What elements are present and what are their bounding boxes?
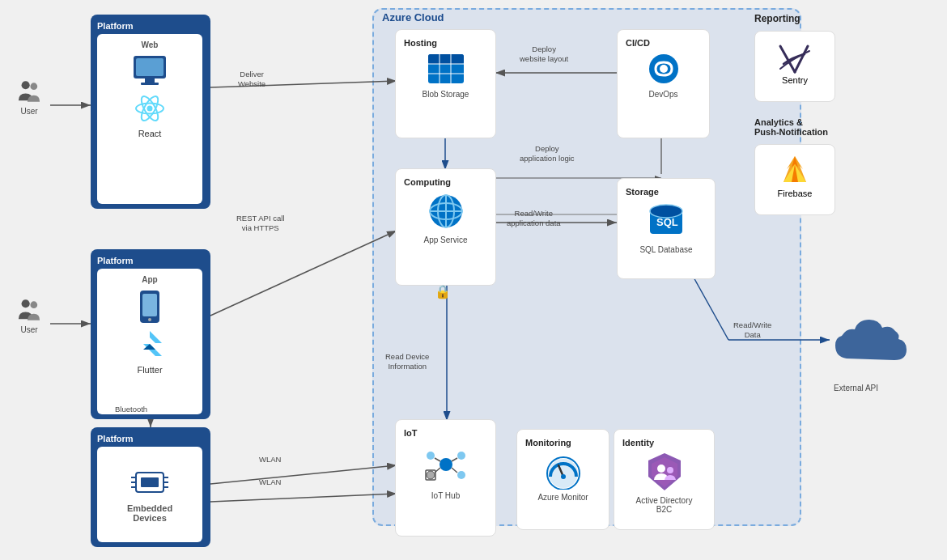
- svg-line-67: [435, 458, 440, 461]
- svg-rect-24: [136, 58, 163, 76]
- react-label: React: [138, 129, 162, 138]
- embedded-label: EmbeddedDevices: [127, 503, 172, 523]
- identity-box: Identity Active DirectoryB2C: [614, 429, 715, 530]
- label-read-device: Read DeviceInformation: [385, 352, 429, 372]
- computing-title: Computing: [404, 177, 451, 187]
- label-deploy-app-logic: Deployapplication logic: [520, 144, 575, 164]
- label-readwrite-ext: Read/WriteData: [733, 320, 771, 341]
- sentry-box: Sentry: [754, 31, 835, 102]
- storage-title: Storage: [626, 187, 659, 197]
- label-rest-api: REST API callvia HTTPS: [236, 214, 285, 234]
- user-1: User: [16, 79, 42, 116]
- firebase-label: Firebase: [778, 189, 813, 198]
- svg-point-52: [660, 65, 668, 73]
- external-api-cloud: External API: [817, 312, 915, 378]
- platform-web-box: Platform Web React: [91, 15, 210, 209]
- svg-line-11: [210, 465, 397, 484]
- svg-point-19: [22, 81, 30, 89]
- user-2-label: User: [20, 325, 37, 334]
- svg-rect-25: [145, 78, 155, 83]
- cicd-box: CI/CD DevOps: [617, 29, 710, 138]
- platform-web-title: Platform: [97, 21, 204, 31]
- label-bluetooth: Bluetooth: [115, 405, 147, 414]
- user-2: User: [16, 298, 42, 334]
- iot-hub-label: IoT Hub: [431, 491, 460, 500]
- label-wlan-1: WLAN: [259, 455, 281, 465]
- flutter-label: Flutter: [137, 365, 162, 375]
- label-readwrite-app: Read/Writeapplication data: [507, 209, 561, 229]
- svg-point-21: [22, 299, 30, 308]
- diagram-container: Azure Cloud: [0, 0, 947, 560]
- web-label: Web: [142, 40, 159, 49]
- active-directory-label: Active DirectoryB2C: [635, 496, 692, 514]
- hosting-title: Hosting: [404, 38, 437, 48]
- svg-marker-34: [150, 331, 162, 343]
- cicd-title: CI/CD: [626, 38, 650, 48]
- svg-point-20: [30, 83, 37, 90]
- app-label: App: [142, 275, 157, 284]
- computing-box: Computing App Service 🔒: [395, 168, 496, 286]
- sentry-label: Sentry: [782, 75, 808, 85]
- svg-rect-32: [142, 294, 157, 316]
- devops-label: DevOps: [648, 90, 677, 99]
- svg-point-27: [147, 106, 153, 112]
- platform-app-box: Platform App Flutter: [91, 249, 210, 419]
- hosting-box: Hosting Blob Storage: [395, 29, 496, 138]
- svg-line-70: [452, 468, 457, 473]
- blob-storage-label: Blob Storage: [423, 90, 469, 99]
- azure-title: Azure Cloud: [382, 11, 444, 23]
- svg-line-8: [210, 231, 397, 316]
- svg-line-12: [210, 494, 397, 502]
- app-service-label: App Service: [424, 235, 468, 244]
- svg-point-77: [657, 465, 665, 473]
- monitoring-box: Monitoring Azure Monitor: [516, 429, 609, 530]
- user-1-label: User: [20, 107, 37, 116]
- analytics-section-title: Analytics &Push-Notification: [754, 117, 860, 137]
- svg-point-33: [148, 318, 151, 321]
- svg-line-68: [452, 458, 457, 461]
- svg-rect-38: [141, 477, 159, 487]
- external-api-label: External API: [834, 384, 878, 392]
- reporting-section-title: Reporting: [754, 13, 800, 24]
- svg-rect-26: [141, 83, 159, 85]
- svg-point-63: [427, 452, 435, 460]
- svg-point-78: [667, 467, 673, 473]
- storage-box: Storage SQL SQL Database: [617, 178, 716, 279]
- iot-box: IoT IoT Hub: [395, 419, 496, 537]
- platform-embedded-box: Platform EmbeddedDevices: [91, 427, 210, 547]
- identity-title: Identity: [622, 438, 654, 448]
- platform-embedded-title: Platform: [97, 434, 204, 443]
- platform-app-title: Platform: [97, 256, 204, 265]
- label-deploy-website: Deploywebsite layout: [520, 45, 568, 65]
- label-wlan-2: WLAN: [259, 477, 281, 487]
- svg-point-64: [457, 452, 465, 460]
- svg-text:SQL: SQL: [656, 216, 678, 228]
- svg-marker-35: [143, 344, 162, 356]
- firebase-box: Firebase: [754, 144, 835, 215]
- svg-point-65: [427, 471, 435, 479]
- monitoring-title: Monitoring: [525, 438, 571, 448]
- svg-rect-46: [428, 54, 464, 64]
- svg-point-22: [30, 301, 37, 308]
- lock-icon: 🔒: [435, 284, 451, 299]
- sql-db-label: SQL Database: [639, 245, 692, 254]
- azure-monitor-label: Azure Monitor: [537, 493, 588, 502]
- svg-point-66: [457, 471, 465, 479]
- svg-point-62: [440, 458, 452, 471]
- label-deliver-website: DeliverWebsite: [238, 70, 265, 90]
- svg-point-73: [561, 474, 566, 479]
- iot-title: IoT: [404, 428, 418, 438]
